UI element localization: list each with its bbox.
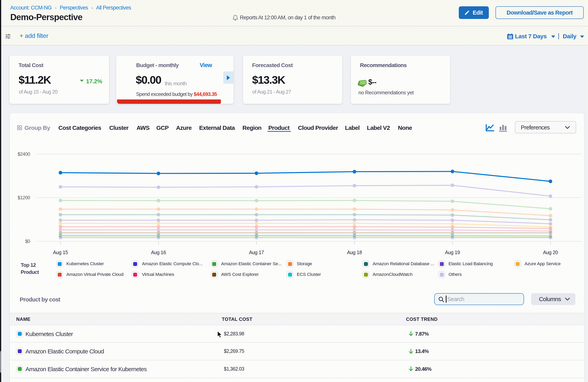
svg-text:Aug 19: Aug 19	[445, 249, 460, 255]
svg-text:Aug 20: Aug 20	[543, 249, 558, 255]
svg-text:Aug 16: Aug 16	[151, 249, 166, 255]
svg-text:$0: $0	[25, 238, 30, 244]
svg-text:Aug 17: Aug 17	[249, 249, 264, 255]
svg-text:$1200: $1200	[17, 195, 30, 200]
svg-text:Aug 15: Aug 15	[53, 249, 68, 255]
svg-text:$2400: $2400	[17, 151, 30, 156]
svg-text:Aug 18: Aug 18	[347, 249, 362, 255]
